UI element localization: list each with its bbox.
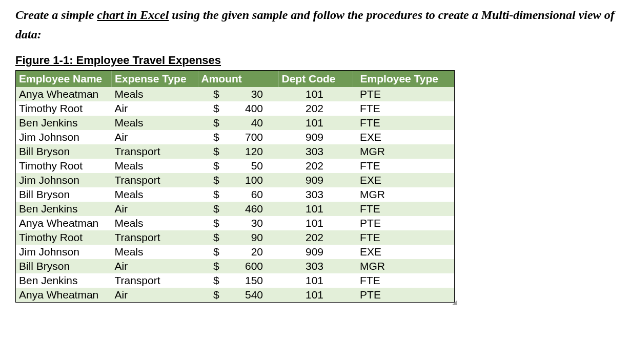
table-row: Bill BrysonMeals$60303MGR — [16, 187, 454, 202]
cell-employee-type: PTE — [353, 87, 454, 101]
table-row: Ben JenkinsMeals$40101FTE — [16, 116, 454, 130]
cell-employee-type: MGR — [353, 187, 454, 202]
expenses-body: Anya WheatmanMeals$30101PTETimothy RootA… — [16, 87, 454, 302]
cell-employee-type: EXE — [353, 130, 454, 144]
cell-dept-code: 101 — [278, 87, 353, 101]
cell-currency-symbol: $ — [198, 159, 230, 173]
table-header-row: Employee Name Expense Type Amount Dept C… — [16, 71, 454, 87]
cell-currency-symbol: $ — [198, 87, 230, 101]
table-row: Timothy RootTransport$90202FTE — [16, 230, 454, 245]
cell-expense-type: Transport — [111, 144, 198, 159]
cell-currency-symbol: $ — [198, 288, 230, 302]
cell-expense-type: Transport — [111, 230, 198, 245]
cell-expense-type: Air — [111, 259, 198, 273]
cell-dept-code: 303 — [278, 259, 353, 273]
cell-dept-code: 909 — [278, 245, 353, 259]
cell-employee-name: Anya Wheatman — [16, 288, 111, 302]
table-row: Jim JohnsonMeals$20909EXE — [16, 245, 454, 259]
table-row: Ben JenkinsTransport$150101FTE — [16, 273, 454, 288]
cell-currency-symbol: $ — [198, 130, 230, 144]
col-header-amount: Amount — [198, 71, 278, 87]
cell-employee-type: FTE — [353, 202, 454, 216]
cell-amount: 460 — [230, 202, 278, 216]
cell-dept-code: 101 — [278, 202, 353, 216]
cell-employee-name: Jim Johnson — [16, 130, 111, 144]
cell-employee-type: FTE — [353, 230, 454, 245]
cell-amount: 30 — [230, 216, 278, 230]
cell-amount: 700 — [230, 130, 278, 144]
cell-currency-symbol: $ — [198, 259, 230, 273]
cell-employee-name: Anya Wheatman — [16, 216, 111, 230]
cell-employee-name: Timothy Root — [16, 101, 111, 116]
cell-employee-name: Timothy Root — [16, 159, 111, 173]
cell-employee-type: MGR — [353, 144, 454, 159]
cell-employee-name: Bill Bryson — [16, 144, 111, 159]
cell-employee-name: Ben Jenkins — [16, 116, 111, 130]
cell-currency-symbol: $ — [198, 273, 230, 288]
cell-dept-code: 202 — [278, 101, 353, 116]
col-header-name: Employee Name — [16, 71, 111, 87]
cell-amount: 40 — [230, 116, 278, 130]
cell-amount: 90 — [230, 230, 278, 245]
table-row: Ben JenkinsAir$460101FTE — [16, 202, 454, 216]
cell-expense-type: Meals — [111, 216, 198, 230]
cell-employee-name: Ben Jenkins — [16, 202, 111, 216]
cell-employee-type: MGR — [353, 259, 454, 273]
cell-currency-symbol: $ — [198, 245, 230, 259]
cell-employee-name: Bill Bryson — [16, 259, 111, 273]
cell-currency-symbol: $ — [198, 116, 230, 130]
cell-expense-type: Transport — [111, 173, 198, 187]
cell-employee-name: Jim Johnson — [16, 173, 111, 187]
cell-amount: 600 — [230, 259, 278, 273]
cell-employee-name: Ben Jenkins — [16, 273, 111, 288]
cell-expense-type: Air — [111, 202, 198, 216]
expenses-table-wrap: Employee Name Expense Type Amount Dept C… — [15, 70, 455, 303]
table-row: Bill BrysonTransport$120303MGR — [16, 144, 454, 159]
cell-expense-type: Meals — [111, 116, 198, 130]
cell-amount: 100 — [230, 173, 278, 187]
cell-amount: 50 — [230, 159, 278, 173]
col-header-expense-type: Expense Type — [111, 71, 198, 87]
table-row: Jim JohnsonAir$700909EXE — [16, 130, 454, 144]
cell-employee-type: FTE — [353, 273, 454, 288]
cell-employee-name: Timothy Root — [16, 230, 111, 245]
cell-currency-symbol: $ — [198, 216, 230, 230]
cell-currency-symbol: $ — [198, 187, 230, 202]
col-header-dept-code: Dept Code — [278, 71, 353, 87]
cell-dept-code: 303 — [278, 187, 353, 202]
cell-currency-symbol: $ — [198, 202, 230, 216]
cell-amount: 540 — [230, 288, 278, 302]
cell-amount: 150 — [230, 273, 278, 288]
document-page: Create a simple chart in Excel using the… — [0, 0, 630, 313]
cell-employee-type: PTE — [353, 288, 454, 302]
cell-amount: 120 — [230, 144, 278, 159]
cell-dept-code: 909 — [278, 173, 353, 187]
cell-expense-type: Meals — [111, 245, 198, 259]
table-row: Bill BrysonAir$600303MGR — [16, 259, 454, 273]
table-row: Anya WheatmanMeals$30101PTE — [16, 216, 454, 230]
cell-employee-type: EXE — [353, 245, 454, 259]
cell-expense-type: Air — [111, 101, 198, 116]
table-row: Anya WheatmanMeals$30101PTE — [16, 87, 454, 101]
cell-employee-type: FTE — [353, 159, 454, 173]
cell-dept-code: 101 — [278, 288, 353, 302]
cell-employee-name: Jim Johnson — [16, 245, 111, 259]
cell-employee-type: FTE — [353, 101, 454, 116]
cell-currency-symbol: $ — [198, 230, 230, 245]
cell-employee-type: PTE — [353, 216, 454, 230]
table-row: Timothy RootAir$400202FTE — [16, 101, 454, 116]
cell-employee-type: FTE — [353, 116, 454, 130]
cell-expense-type: Meals — [111, 159, 198, 173]
expenses-table: Employee Name Expense Type Amount Dept C… — [16, 71, 454, 302]
cell-dept-code: 202 — [278, 159, 353, 173]
table-row: Anya WheatmanAir$540101PTE — [16, 288, 454, 302]
instruction-paragraph: Create a simple chart in Excel using the… — [15, 5, 620, 45]
cell-dept-code: 101 — [278, 216, 353, 230]
cell-dept-code: 101 — [278, 273, 353, 288]
instruction-prefix: Create a simple — [15, 8, 97, 22]
cell-dept-code: 202 — [278, 230, 353, 245]
table-row: Jim JohnsonTransport$100909EXE — [16, 173, 454, 187]
cell-currency-symbol: $ — [198, 144, 230, 159]
table-row: Timothy RootMeals$50202FTE — [16, 159, 454, 173]
cell-dept-code: 909 — [278, 130, 353, 144]
